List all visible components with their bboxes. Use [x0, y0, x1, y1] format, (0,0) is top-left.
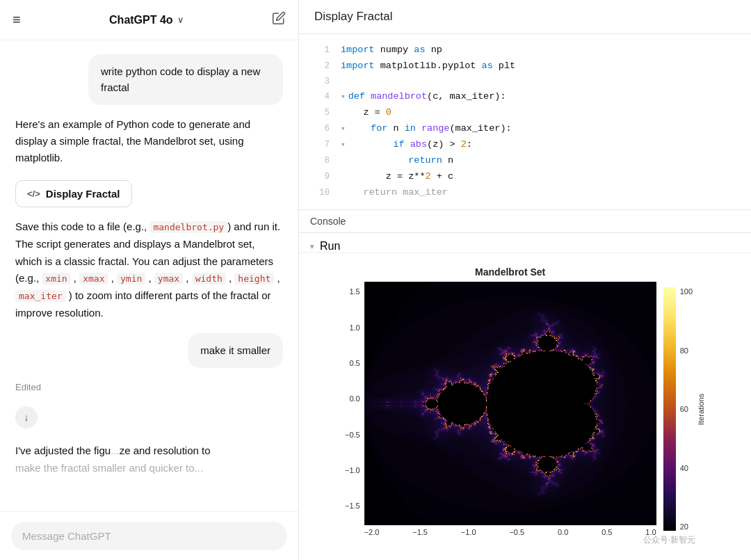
code-content-1: import	[341, 42, 375, 58]
y-label-5: −0.5	[345, 431, 360, 439]
header-title-group: ChatGPT 4o ∨	[109, 14, 184, 26]
line-num-9: 9	[310, 170, 330, 184]
y-label-1: 1.5	[349, 287, 360, 296]
code-icon: </>	[27, 189, 40, 199]
line-num-6: 6	[310, 122, 330, 136]
y-label-6: −1.0	[345, 466, 360, 474]
colorbar-label-60: 60	[680, 405, 693, 413]
y-label-4: 0.0	[349, 394, 360, 403]
code-line-1: 1 import numpy as np	[299, 42, 751, 58]
assistant-text-2: Save this code to a file (e.g., mandelbr…	[15, 218, 283, 322]
y-label-3: 0.5	[349, 359, 360, 367]
fold-btn-7[interactable]: ▾	[341, 138, 346, 152]
code-line-6: 6 ▾ for n in range(max_iter):	[299, 121, 751, 137]
fold-btn-4[interactable]: ▾	[341, 90, 346, 104]
display-fractal-label: Display Fractal	[46, 188, 120, 200]
line-num-8: 8	[310, 154, 330, 168]
chatgpt-title: ChatGPT 4o	[109, 14, 173, 26]
chevron-icon[interactable]: ∨	[177, 15, 184, 25]
fold-btn-6[interactable]: ▾	[341, 122, 346, 136]
left-panel: ≡ ChatGPT 4o ∨ write python code to disp…	[0, 0, 299, 560]
line-num-2: 2	[310, 59, 330, 74]
run-fold-btn[interactable]: ▾	[310, 242, 314, 251]
x-label-2: −1.5	[412, 528, 428, 536]
line-num-5: 5	[310, 106, 330, 120]
line-num-7: 7	[310, 138, 330, 152]
console-bar: Console	[299, 210, 751, 233]
code-line-4: 4 ▾ def mandelbrot(c, max_iter):	[299, 89, 751, 105]
code-line-7: 7 ▾ if abs(z) > 2:	[299, 137, 751, 153]
code-line-5: 5 z = 0	[299, 105, 751, 121]
xmin-code: xmin	[42, 273, 70, 285]
edit-icon[interactable]	[272, 11, 286, 29]
fractal-canvas	[364, 282, 656, 525]
right-panel-header: Display Fractal	[299, 0, 751, 34]
height-code: height	[234, 273, 274, 285]
ymax-code: ymax	[154, 273, 183, 285]
code-line-10: 10 return max_iter	[299, 185, 751, 201]
edited-label: Edited	[15, 382, 283, 392]
user-message-1: write python code to display a new fract…	[88, 54, 283, 105]
ymin-code: ymin	[117, 273, 145, 285]
code-line-3: 3	[299, 74, 751, 89]
line-num-10: 10	[310, 186, 330, 200]
maxiter-code: max_iter	[15, 290, 66, 302]
colorbar-title: Iterations	[697, 287, 705, 531]
console-label: Console	[310, 216, 346, 227]
code-line-9: 9 z = z**2 + c	[299, 169, 751, 185]
code-line-2: 2 import matplotlib.pyplot as plt	[299, 58, 751, 74]
scroll-down-button[interactable]: ↓	[15, 406, 38, 429]
fractal-container: 1.5 1.0 0.5 0.0 −0.5 −1.0 −1.5 Mandelbro…	[299, 253, 751, 560]
width-code: width	[192, 273, 226, 285]
left-header: ≡ ChatGPT 4o ∨	[0, 0, 298, 40]
colorbar-canvas	[663, 287, 676, 531]
watermark: 公众号·新智元	[643, 534, 695, 546]
chat-content: write python code to display a new fract…	[0, 40, 298, 511]
colorbar-label-100: 100	[680, 287, 693, 296]
plot-title: Mandelbrot Set	[364, 266, 656, 278]
line-num-1: 1	[310, 43, 330, 58]
line-num-3: 3	[310, 74, 330, 89]
display-fractal-button[interactable]: </> Display Fractal	[15, 180, 132, 207]
user-message-2: make it smaller	[188, 333, 283, 369]
left-footer: Message ChatGPT	[0, 511, 298, 560]
x-label-4: −0.5	[509, 528, 524, 536]
menu-icon[interactable]: ≡	[13, 12, 21, 28]
colorbar-label-20: 20	[680, 522, 693, 531]
fractal-wrapper: 1.5 1.0 0.5 0.0 −0.5 −1.0 −1.5 Mandelbro…	[345, 266, 705, 539]
message-input-placeholder: Message ChatGPT	[22, 530, 111, 542]
y-label-7: −1.5	[345, 502, 360, 510]
run-section: ▾ Run	[299, 233, 751, 253]
assistant-text-1: Here's an example of Python code to gene…	[15, 116, 283, 166]
colorbar-label-40: 40	[680, 464, 693, 472]
code-area: 1 import numpy as np 2 import matplotlib…	[299, 34, 751, 210]
code-line-8: 8 return n	[299, 153, 751, 169]
assistant-text-partial: I've adjusted the figu...ze and resoluti…	[15, 442, 283, 477]
filename-code: mandelbrot.py	[150, 221, 227, 233]
x-label-6: 0.5	[601, 528, 612, 536]
y-label-2: 1.0	[349, 323, 360, 332]
x-label-5: 0.0	[558, 528, 568, 536]
x-label-1: −2.0	[364, 528, 380, 536]
line-num-4: 4	[310, 90, 330, 104]
right-panel: Display Fractal 1 import numpy as np 2 i…	[299, 0, 751, 560]
message-input-area[interactable]: Message ChatGPT	[11, 522, 287, 550]
xmax-code: xmax	[79, 273, 108, 285]
colorbar-label-80: 80	[680, 346, 693, 355]
x-label-3: −1.0	[461, 528, 476, 536]
run-label: Run	[320, 240, 340, 253]
